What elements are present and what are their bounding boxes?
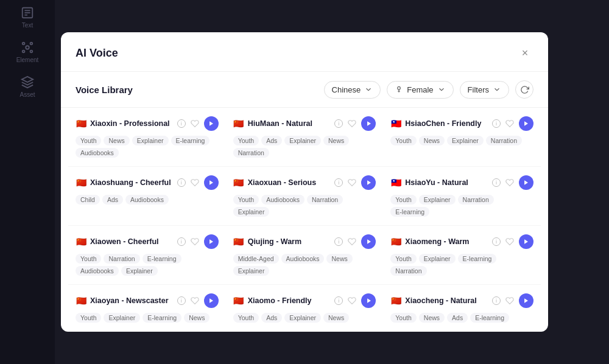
filters-label: Filters [468,85,489,94]
svg-marker-14 [525,121,529,126]
language-filter[interactable]: Chinese [324,81,381,99]
tag: Ads [447,313,468,323]
flag-icon: 🇨🇳 [233,237,244,246]
voice-name: HsiaoYu - Natural [405,178,488,187]
voice-tags: Middle-AgedAudiobooksNewsExplainer [233,254,376,276]
info-button[interactable]: i [492,237,501,246]
language-filter-value: Chinese [332,85,361,94]
favorite-button[interactable] [503,235,516,248]
play-button[interactable] [519,175,533,190]
tag: News [104,136,129,145]
info-button[interactable]: i [334,119,343,128]
tag: Youth [390,254,416,264]
close-button[interactable]: × [516,44,533,61]
play-button[interactable] [361,234,376,249]
tag: E-learning [171,136,210,145]
tag: Youth [76,313,101,323]
favorite-button[interactable] [345,294,359,307]
favorite-button[interactable] [503,294,516,307]
refresh-button[interactable] [515,80,533,99]
play-button[interactable] [361,175,376,190]
favorite-button[interactable] [188,294,202,307]
voice-actions: i [492,293,533,308]
tag: Explainer [447,136,484,145]
voice-tags: YouthNewsExplainerNarration [390,136,533,145]
tag: E-learning [470,313,509,323]
favorite-button[interactable] [188,235,202,248]
info-button[interactable]: i [334,178,343,187]
info-button[interactable]: i [492,296,501,305]
chevron-down-icon-2 [437,85,446,94]
favorite-button[interactable] [345,117,359,130]
voice-name: Xiaomeng - Warm [405,237,488,246]
play-button[interactable] [204,234,219,249]
chevron-down-icon [364,85,373,94]
info-button[interactable]: i [177,237,186,246]
tag: Ads [261,313,282,323]
info-button[interactable]: i [177,178,186,187]
voice-name: HsiaoChen - Friendly [405,119,488,128]
favorite-button[interactable] [188,117,202,130]
voice-tags: YouthExplainerE-learningNarration [390,254,533,276]
play-button[interactable] [361,116,376,131]
tag: Youth [76,136,101,145]
voice-name: Xiaoxuan - Serious [248,178,331,187]
play-button[interactable] [519,293,533,308]
tag: E-learning [143,313,181,323]
voice-tags: YouthExplainerE-learningNews [76,313,219,323]
tag: Audiobooks [261,195,304,205]
tag: Youth [233,195,259,205]
info-button[interactable]: i [177,296,186,305]
info-button[interactable]: i [492,119,501,128]
favorite-button[interactable] [503,117,516,130]
tag: Narration [390,266,426,276]
voice-card: 🇨🇳Xiaoshuang - CheerfuliChildAdsAudioboo… [68,167,226,226]
svg-marker-17 [525,180,529,185]
svg-marker-16 [367,180,371,185]
play-button[interactable] [519,234,533,249]
play-button[interactable] [204,175,219,190]
gender-filter[interactable]: Female [387,81,453,99]
flag-icon: 🇨🇳 [233,296,244,305]
tag: Youth [390,313,416,323]
voice-card: 🇨🇳Xiaowen - CheerfuliYouthNarrationE-lea… [68,226,226,285]
info-button[interactable]: i [492,178,501,187]
play-button[interactable] [519,116,533,131]
toolbar: Voice Library Chinese Female Filter [61,72,548,108]
voice-name: Xiaoxin - Professional [90,119,174,128]
play-button[interactable] [361,293,376,308]
voice-card: 🇨🇳Xiaocheng - NaturaliYouthNewsAdsE-lear… [383,285,541,332]
tag: News [323,136,349,145]
voice-actions: i [177,293,219,308]
favorite-button[interactable] [345,235,359,248]
voice-actions: i [177,116,219,131]
voice-name: Xiaomo - Friendly [248,296,331,305]
modal-backdrop: AI Voice × Voice Library Chinese Female [0,0,609,364]
tag: News [326,254,352,264]
info-button[interactable]: i [334,237,343,246]
play-button[interactable] [204,116,219,131]
voice-card: 🇨🇳Xiaoxin - ProfessionaliYouthNewsExplai… [68,108,226,167]
favorite-button[interactable] [503,176,516,189]
filters-button[interactable]: Filters [460,81,509,99]
svg-marker-19 [367,239,371,244]
flag-icon: 🇨🇳 [76,119,86,128]
tag: Explainer [121,266,158,276]
info-button[interactable]: i [334,296,343,305]
svg-point-9 [398,86,401,89]
refresh-icon [520,85,529,94]
favorite-button[interactable] [188,176,202,189]
svg-marker-12 [209,121,213,126]
ai-voice-modal: AI Voice × Voice Library Chinese Female [61,32,548,332]
tag: Youth [390,136,416,145]
play-button[interactable] [204,293,219,308]
voice-actions: i [177,175,219,190]
voice-card-header: 🇨🇳Xiaoxin - Professionali [76,116,219,131]
tag: E-learning [143,254,181,264]
flag-icon: 🇨🇳 [233,119,244,128]
voice-actions: i [492,175,533,190]
info-button[interactable]: i [177,119,186,128]
favorite-button[interactable] [345,176,359,189]
modal-header: AI Voice × [61,32,548,72]
voice-card: 🇨🇳HiuMaan - NaturaliYouthAdsExplainerNew… [226,108,384,167]
